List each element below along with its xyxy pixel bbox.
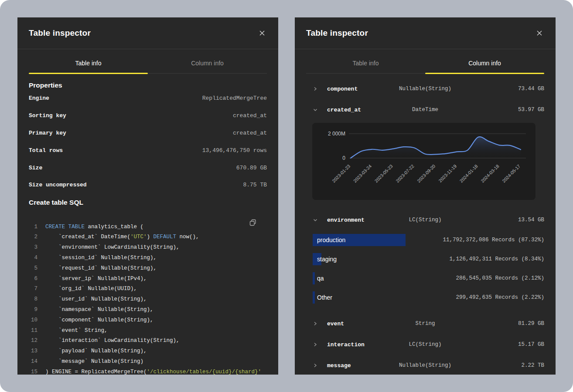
line-number: 11: [29, 328, 38, 334]
column-row-interaction[interactable]: interactionLC(String)15.17 GB: [306, 334, 544, 355]
column-row-environment[interactable]: environmentLC(String)13.54 GB: [306, 210, 544, 230]
line-number: 5: [29, 265, 38, 271]
sql-text: ) ENGINE = ReplicatedMergeTree('/clickho…: [45, 369, 261, 375]
tab-bar: Table info Column info: [306, 49, 544, 74]
chevron-right-icon-box: [313, 321, 319, 326]
sql-code-line: 7 `org_id` Nullable(UUID),: [29, 284, 267, 294]
column-name: message: [327, 362, 351, 369]
x-tick-label: 2024-01-18: [458, 163, 479, 184]
tab-column-info[interactable]: Column info: [425, 49, 544, 73]
chevron-right-icon: [313, 342, 318, 347]
value-row-other: Other299,492,635 Records (2.22%): [306, 288, 544, 307]
dialog-title: Table inspector: [306, 28, 368, 38]
property-label: Primary key: [29, 130, 66, 136]
property-value: created_at: [233, 112, 267, 119]
column-name: event: [327, 321, 344, 327]
sql-code-line: 11 `event` String,: [29, 325, 267, 336]
property-label: Total rows: [29, 147, 63, 154]
sql-code-line: 8 `user_id` Nullable(String),: [29, 294, 267, 304]
create-table-sql-heading: Create table SQL: [29, 198, 267, 207]
column-row-component[interactable]: componentNullable(String)73.44 GB: [306, 78, 544, 99]
dialog-header: Table inspector: [17, 17, 278, 49]
sql-text: `namespace` Nullable(String),: [45, 307, 153, 313]
line-number: 7: [29, 286, 38, 292]
line-number: 2: [29, 234, 38, 240]
property-value: 670.89 GB: [236, 165, 267, 171]
chevron-down-icon: [313, 217, 318, 223]
column-type: Nullable(String): [399, 362, 451, 368]
value-label: staging: [313, 256, 337, 263]
column-name: component: [327, 86, 358, 92]
sql-text: `user_id` Nullable(String),: [45, 296, 147, 302]
sql-code-line: 4 `session_id` Nullable(String),: [29, 253, 267, 263]
property-value: created_at: [233, 130, 267, 136]
line-number: 9: [29, 307, 38, 313]
value-row-qa: qa286,545,035 Records (2.12%): [306, 269, 544, 288]
property-value: 13,496,476,750 rows: [202, 147, 267, 154]
property-row: Size670.89 GB: [29, 159, 267, 176]
value-row-staging: staging1,126,492,311 Records (8.34%): [306, 250, 544, 269]
line-number: 15: [29, 369, 38, 375]
property-row: EngineReplicatedMergeTree: [29, 90, 267, 107]
tab-bar: Table info Column info: [29, 49, 267, 74]
property-label: Size: [29, 165, 42, 171]
sql-text: `interaction` LowCardinality(String),: [45, 338, 180, 344]
value-records: 299,492,635 Records (2.22%): [456, 294, 544, 301]
column-name: environment: [327, 217, 365, 223]
line-number: 13: [29, 348, 38, 354]
close-button[interactable]: [535, 28, 544, 38]
close-icon: [259, 30, 265, 36]
sql-code-line: 1CREATE TABLE analytics_table (: [29, 222, 267, 232]
property-label: Engine: [29, 95, 49, 101]
sql-text: `request_id` Nullable(String),: [45, 265, 157, 271]
sql-code-line: 15) ENGINE = ReplicatedMergeTree('/click…: [29, 367, 267, 375]
close-icon: [536, 30, 542, 36]
value-label: Other: [313, 294, 332, 301]
property-row: Primary keycreated_at: [29, 125, 267, 142]
properties-list: EngineReplicatedMergeTreeSorting keycrea…: [29, 90, 267, 194]
x-tick-label: 2023-11-19: [437, 163, 457, 183]
column-type: Nullable(String): [399, 86, 451, 92]
tab-table-info[interactable]: Table info: [29, 49, 148, 73]
column-list: componentNullable(String)73.44 GBcreated…: [295, 74, 556, 375]
close-button[interactable]: [257, 28, 267, 38]
column-row-event[interactable]: eventString81.29 GB: [306, 313, 544, 334]
column-size: 13.54 GB: [518, 217, 544, 223]
copy-button[interactable]: [249, 218, 257, 227]
x-tick-label: 2023-09-20: [416, 163, 437, 184]
sql-text: `server_ip` Nullable(IPv4),: [45, 276, 147, 282]
value-records: 1,126,492,311 Records (8.34%): [449, 256, 544, 262]
property-row: Size uncompressed8.75 TB: [29, 176, 267, 194]
sql-text: CREATE TABLE analytics_table (: [45, 224, 143, 230]
property-row: Sorting keycreated_at: [29, 107, 267, 125]
line-number: 6: [29, 276, 38, 282]
value-label: qa: [313, 275, 324, 282]
column-size: 73.44 GB: [518, 86, 544, 92]
sql-code-line: 2 `created_at` DateTime('UTC') DEFAULT n…: [29, 232, 267, 243]
sql-text: `environment` LowCardinality(String),: [45, 244, 180, 250]
sql-code-line: 14 `message` Nullable(String): [29, 356, 267, 367]
x-tick-label: 2023-07-22: [395, 163, 415, 184]
chevron-right-icon: [313, 363, 318, 368]
value-bar-zone: Other: [313, 291, 417, 304]
x-tick-label: 2023-01-23: [331, 163, 351, 184]
tab-column-info[interactable]: Column info: [148, 49, 267, 73]
sql-text: `org_id` Nullable(UUID),: [45, 286, 137, 292]
column-row-created_at[interactable]: created_atDateTime53.97 GB: [306, 99, 544, 120]
chevron-right-icon-box: [313, 86, 319, 91]
dialog-title: Table inspector: [29, 28, 91, 38]
column-size: 53.97 GB: [518, 107, 544, 113]
sql-text: `created_at` DateTime('UTC') DEFAULT now…: [45, 234, 199, 240]
table-inspector-dialog-table-info: Table inspector Table info Column info P…: [17, 17, 278, 375]
column-row-message[interactable]: messageNullable(String)2.22 TB: [306, 355, 544, 375]
tab-table-info[interactable]: Table info: [306, 49, 425, 73]
desktop-background: Table inspector Table info Column info P…: [0, 0, 573, 392]
column-type: LC(String): [409, 217, 441, 223]
value-bar-zone: staging: [313, 253, 417, 265]
line-number: 3: [29, 244, 38, 250]
dialog-header: Table inspector: [295, 17, 556, 49]
sql-code-line: 13 `payload` Nullable(String),: [29, 346, 267, 356]
line-number: 14: [29, 358, 38, 365]
column-type: DateTime: [412, 107, 438, 113]
value-records: 286,545,035 Records (2.12%): [456, 275, 544, 281]
